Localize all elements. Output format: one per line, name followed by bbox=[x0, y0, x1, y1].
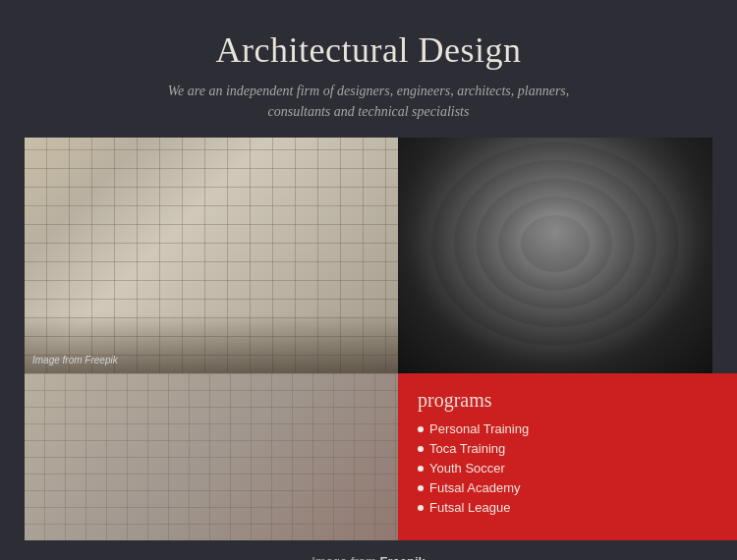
bullet-icon bbox=[418, 485, 424, 491]
footer: Image from Freepik bbox=[312, 554, 425, 560]
list-item: Personal Training bbox=[418, 421, 737, 436]
bullet-icon bbox=[418, 426, 424, 432]
list-item: Youth Soccer bbox=[418, 461, 737, 476]
bullet-icon bbox=[418, 446, 424, 452]
bottom-row: programs Personal Training Toca Training… bbox=[25, 373, 712, 540]
freepik-overlay-label: Image from Freepik bbox=[32, 355, 118, 365]
footer-text: Image from bbox=[312, 554, 379, 560]
bullet-icon bbox=[418, 466, 424, 472]
bullet-icon bbox=[418, 505, 424, 511]
list-item: Futsal League bbox=[418, 500, 737, 515]
page-wrapper: Architectural Design We are an independe… bbox=[0, 0, 737, 560]
content-area: Image from Freepik programs Personal Tra… bbox=[25, 138, 712, 540]
programs-title: programs bbox=[418, 389, 737, 412]
blueprint-image: Image from Freepik bbox=[25, 138, 398, 373]
images-row: Image from Freepik bbox=[25, 138, 712, 373]
blueprint-image-bottom bbox=[25, 373, 398, 540]
list-item: Futsal Academy bbox=[418, 480, 737, 495]
staircase-image bbox=[398, 138, 712, 373]
blueprint-bg bbox=[25, 138, 398, 373]
list-item: Toca Training bbox=[418, 441, 737, 456]
subtitle: We are an independent firm of designers,… bbox=[162, 81, 575, 122]
footer-brand: Freepik bbox=[380, 554, 425, 560]
programs-list: Personal Training Toca Training Youth So… bbox=[418, 421, 737, 515]
header: Architectural Design We are an independe… bbox=[162, 29, 575, 122]
page-title: Architectural Design bbox=[162, 29, 575, 71]
staircase-bg bbox=[398, 138, 712, 373]
programs-panel: programs Personal Training Toca Training… bbox=[398, 373, 737, 540]
